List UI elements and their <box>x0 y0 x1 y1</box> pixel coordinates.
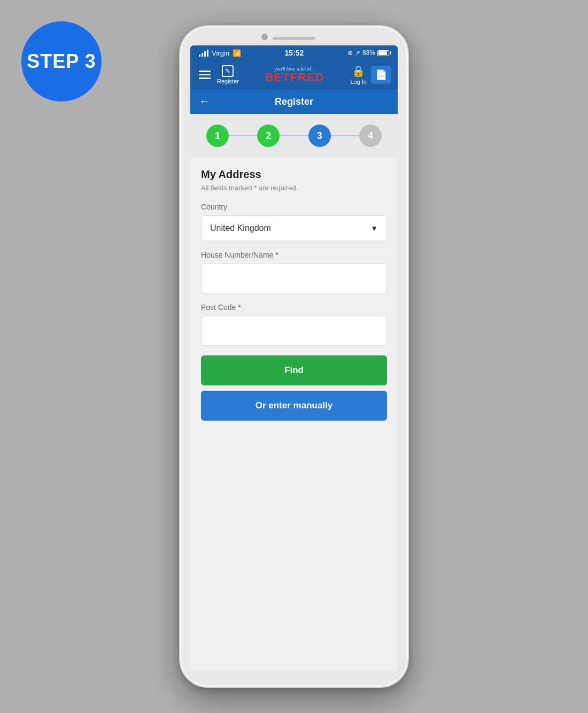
wifi-icon: 📶 <box>233 49 241 57</box>
signal-bars <box>199 49 208 57</box>
carrier-label: Virgin <box>212 49 229 57</box>
signal-bar-2 <box>202 53 203 57</box>
front-camera <box>261 34 268 40</box>
document-icon: 📄 <box>375 69 387 80</box>
status-right: ⊕ ↗ 88% <box>347 49 389 57</box>
hamburger-menu-button[interactable] <box>197 68 213 81</box>
register-header: ← Register <box>190 89 398 114</box>
register-icon <box>222 65 234 77</box>
signal-bar-1 <box>199 55 200 57</box>
menu-line-1 <box>199 71 211 72</box>
betfred-logo: you'll love a bit of... BETFRED <box>243 66 346 83</box>
volume-down-button <box>179 197 180 229</box>
postcode-field-label: Post Code * <box>201 303 387 312</box>
location-icon: ⊕ <box>347 49 353 57</box>
form-title: My Address <box>201 168 387 181</box>
login-nav-label: Log In <box>350 79 367 85</box>
battery-icon <box>377 50 389 56</box>
phone-screen: Virgin 📶 15:52 ⊕ ↗ 88% Registe <box>190 45 398 671</box>
country-select[interactable]: United Kingdom ▼ <box>201 215 387 241</box>
form-subtitle: All fields marked * are required. <box>201 184 387 192</box>
step-2-circle: 2 <box>257 125 280 147</box>
step-3-label: 3 <box>317 130 322 142</box>
step-3-circle: 3 <box>308 125 331 147</box>
phone-shell: Virgin 📶 15:52 ⊕ ↗ 88% Registe <box>179 25 409 688</box>
step-1-circle: 1 <box>206 125 229 147</box>
step-4-circle: 4 <box>359 125 382 147</box>
back-button[interactable]: ← <box>199 95 211 108</box>
power-button <box>408 170 409 213</box>
document-nav-button[interactable]: 📄 <box>371 66 391 84</box>
postcode-input[interactable] <box>201 316 387 346</box>
battery-percent: 88% <box>362 49 375 57</box>
earpiece-speaker <box>273 37 315 40</box>
menu-line-3 <box>199 78 211 79</box>
logo-text: BETFRED <box>265 72 324 83</box>
gps-icon: ↗ <box>355 49 360 57</box>
battery-fill <box>378 51 387 55</box>
register-nav-label: Register <box>217 78 239 84</box>
find-button[interactable]: Find <box>201 355 387 385</box>
signal-bar-4 <box>207 50 208 57</box>
login-nav-button[interactable]: 🔒 Log In <box>350 65 367 85</box>
steps-row: 1 2 3 4 <box>206 125 382 147</box>
step-4-label: 4 <box>368 130 373 142</box>
status-bar: Virgin 📶 15:52 ⊕ ↗ 88% <box>190 45 398 60</box>
house-number-input[interactable] <box>201 264 387 293</box>
country-field-label: Country <box>201 203 387 211</box>
nav-bar: Register you'll love a bit of... BETFRED… <box>190 60 398 89</box>
chevron-down-icon: ▼ <box>370 224 378 232</box>
step-1-label: 1 <box>215 130 220 142</box>
status-time: 15:52 <box>285 49 304 57</box>
manual-entry-button[interactable]: Or enter manually <box>201 391 387 421</box>
volume-up-button <box>179 154 180 187</box>
phone-top <box>180 26 408 40</box>
volume-mute-button <box>179 122 180 144</box>
house-field-label: House Number/Name * <box>201 251 387 259</box>
progress-steps: 1 2 3 4 <box>190 114 398 158</box>
register-page-title: Register <box>216 96 372 107</box>
form-content: My Address All fields marked * are requi… <box>190 158 398 671</box>
lock-icon: 🔒 <box>352 65 365 78</box>
step-2-label: 2 <box>266 130 271 142</box>
country-value: United Kingdom <box>210 223 271 233</box>
status-left: Virgin 📶 <box>199 49 241 57</box>
signal-bar-3 <box>204 51 206 57</box>
menu-line-2 <box>199 74 211 76</box>
step-badge: STEP 3 <box>21 21 102 102</box>
step-badge-label: STEP 3 <box>27 50 96 73</box>
register-nav-button[interactable]: Register <box>217 65 239 84</box>
